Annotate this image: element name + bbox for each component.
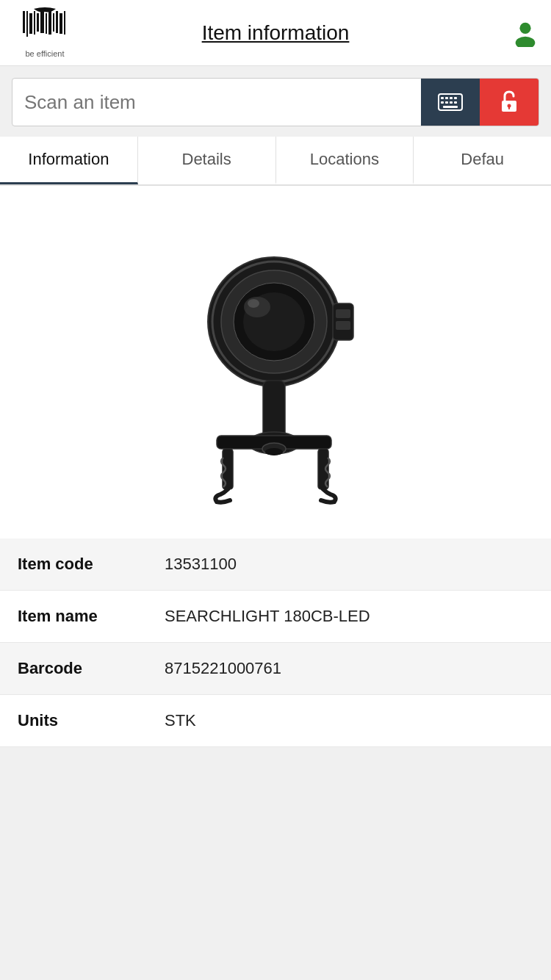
tab-details[interactable]: Details <box>138 137 276 184</box>
svg-rect-19 <box>441 101 444 104</box>
svg-rect-21 <box>450 101 453 104</box>
user-icon[interactable] <box>511 19 539 47</box>
svg-rect-3 <box>34 11 35 35</box>
units-row: Units STK <box>0 695 551 747</box>
logo-text: be efficient <box>25 49 64 58</box>
svg-rect-20 <box>445 101 448 104</box>
svg-rect-6 <box>46 13 47 34</box>
svg-rect-41 <box>318 449 328 489</box>
product-searchlight-svg <box>165 201 386 524</box>
logo-icon <box>19 7 71 48</box>
svg-point-31 <box>244 297 270 317</box>
item-code-label: Item code <box>18 555 165 574</box>
product-image-area <box>0 186 551 538</box>
search-bar[interactable] <box>12 78 539 126</box>
svg-rect-23 <box>443 106 458 108</box>
keyboard-button[interactable] <box>421 79 480 126</box>
svg-rect-40 <box>223 449 233 489</box>
svg-point-13 <box>516 36 536 46</box>
page-title: Item information <box>78 21 473 45</box>
svg-rect-9 <box>56 11 58 33</box>
svg-rect-17 <box>450 97 453 99</box>
svg-rect-8 <box>53 13 54 32</box>
barcode-label: Barcode <box>18 659 165 678</box>
svg-rect-22 <box>454 101 457 104</box>
svg-rect-26 <box>508 107 510 109</box>
keyboard-icon <box>437 89 464 115</box>
tabs-bar: Information Details Locations Defau <box>0 137 551 186</box>
svg-point-12 <box>519 22 530 33</box>
item-code-value: 13531100 <box>165 555 237 574</box>
svg-point-43 <box>265 448 283 455</box>
svg-rect-37 <box>263 381 285 439</box>
svg-rect-35 <box>336 309 350 318</box>
item-name-row: Item name SEARCHLIGHT 180CB-LED <box>0 591 551 643</box>
svg-rect-36 <box>336 321 350 330</box>
tab-locations[interactable]: Locations <box>276 137 414 184</box>
svg-rect-0 <box>23 11 25 33</box>
barcode-row: Barcode 8715221000761 <box>0 643 551 695</box>
tab-defaults[interactable]: Defau <box>414 137 551 184</box>
info-table: Item code 13531100 Item name SEARCHLIGHT… <box>0 538 551 747</box>
item-code-row: Item code 13531100 <box>0 538 551 591</box>
product-image <box>165 201 386 524</box>
unlock-icon <box>497 90 522 115</box>
units-label: Units <box>18 711 165 730</box>
svg-point-32 <box>248 299 259 308</box>
svg-rect-10 <box>60 13 62 34</box>
search-input[interactable] <box>12 79 421 126</box>
app-header: be efficient Item information <box>0 0 551 66</box>
item-name-value: SEARCHLIGHT 180CB-LED <box>165 607 370 626</box>
svg-rect-4 <box>37 13 39 32</box>
user-area[interactable] <box>473 19 539 47</box>
tab-information[interactable]: Information <box>0 137 138 184</box>
svg-rect-18 <box>454 97 457 99</box>
unlock-button[interactable] <box>480 79 539 126</box>
svg-rect-5 <box>40 11 44 33</box>
svg-rect-15 <box>441 97 444 99</box>
svg-rect-1 <box>26 11 28 37</box>
svg-rect-2 <box>29 13 32 34</box>
item-name-label: Item name <box>18 607 165 626</box>
svg-rect-16 <box>445 97 448 99</box>
logo: be efficient <box>12 7 78 58</box>
units-value: STK <box>165 711 196 730</box>
barcode-value: 8715221000761 <box>165 659 281 678</box>
svg-rect-7 <box>48 11 51 35</box>
svg-rect-11 <box>64 11 65 35</box>
